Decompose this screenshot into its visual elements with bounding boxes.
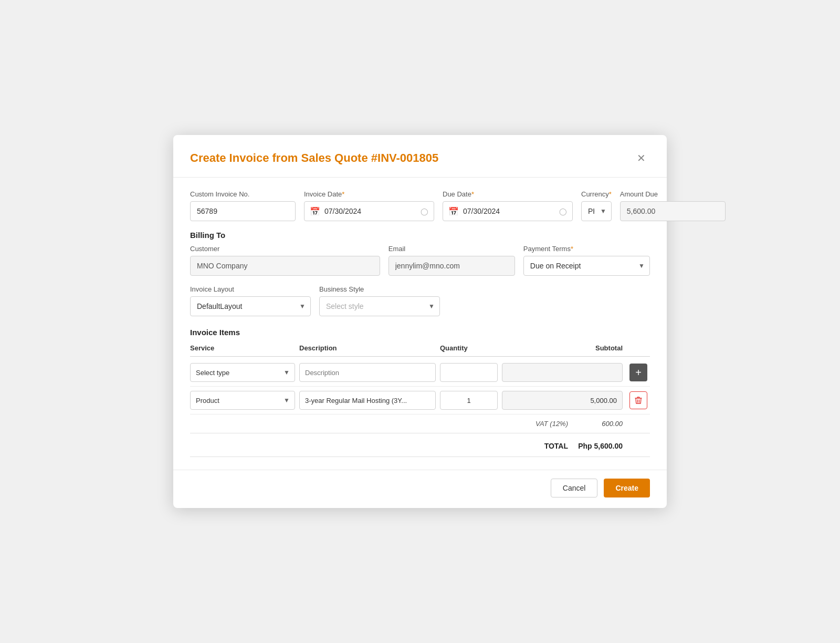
business-style-label: Business Style — [319, 285, 440, 293]
invoice-items-section: Invoice Items Service Description Quanti… — [190, 328, 650, 457]
customer-input — [190, 256, 380, 276]
payment-terms-group: Payment Terms* Due on Receipt Net 30 Net… — [523, 245, 650, 276]
custom-invoice-group: Custom Invoice No. — [190, 190, 296, 221]
billing-row: Customer Email Payment Terms* Due on Rec… — [190, 245, 650, 276]
business-style-select-wrapper: Select style ▼ — [319, 296, 440, 316]
item-quantity-input[interactable] — [440, 391, 498, 410]
delete-item-button[interactable] — [629, 391, 647, 409]
items-header-row: Service Description Quantity Subtotal — [190, 344, 650, 357]
currency-select[interactable]: PHP USD EUR — [581, 201, 612, 221]
item-service-cell: Select type Product Service ▼ — [190, 391, 295, 410]
modal-footer: Cancel Create — [173, 470, 667, 508]
due-date-input-wrapper[interactable]: 📅 ◯ — [443, 201, 573, 221]
billing-to-label: Billing To — [190, 231, 650, 240]
email-input — [388, 256, 515, 276]
business-style-group: Business Style Select style ▼ — [319, 285, 440, 316]
custom-invoice-input[interactable] — [190, 201, 296, 221]
new-item-service-select[interactable]: Select type Product Service — [190, 363, 295, 382]
modal-title-prefix: Create Invoice from Sales Quote # — [190, 151, 377, 164]
invoice-date-label: Invoice Date* — [304, 190, 434, 198]
modal-header: Create Invoice from Sales Quote #INV-001… — [173, 135, 667, 178]
modal-title-highlight: INV-001805 — [377, 151, 438, 164]
due-date-input[interactable] — [463, 207, 555, 215]
create-button[interactable]: Create — [604, 479, 650, 497]
create-invoice-modal: Create Invoice from Sales Quote #INV-001… — [173, 135, 667, 508]
item-row: Select type Product Service ▼ — [190, 387, 650, 414]
payment-terms-select[interactable]: Due on Receipt Net 30 Net 60 — [523, 256, 650, 276]
layout-row: Invoice Layout DefaultLayout Modern Clas… — [190, 285, 650, 316]
invoice-date-input-wrapper[interactable]: 📅 ◯ — [304, 201, 434, 221]
vat-label: VAT (12%) — [482, 420, 576, 428]
new-item-description-cell — [299, 363, 436, 382]
custom-invoice-label: Custom Invoice No. — [190, 190, 296, 198]
item-action-cell — [627, 391, 650, 409]
new-item-description-input[interactable] — [299, 363, 436, 382]
business-style-select[interactable]: Select style — [319, 296, 440, 316]
col-subtotal-header: Subtotal — [502, 344, 623, 352]
total-label: TOTAL — [482, 442, 576, 450]
form-row-top: Custom Invoice No. Invoice Date* 📅 ◯ Due… — [190, 190, 650, 221]
col-service-header: Service — [190, 344, 295, 352]
customer-group: Customer — [190, 245, 380, 276]
total-divider — [190, 433, 650, 433]
due-date-group: Due Date* 📅 ◯ — [443, 190, 573, 221]
total-row: TOTAL Php 5,600.00 — [190, 438, 650, 452]
currency-label: Currency* — [581, 190, 612, 198]
calendar-icon: 📅 — [310, 206, 320, 216]
invoice-date-clear-icon[interactable]: ◯ — [421, 208, 428, 215]
invoice-items-title: Invoice Items — [190, 328, 650, 337]
billing-to-section: Billing To Customer Email Payment Terms* — [190, 231, 650, 276]
modal-body: Custom Invoice No. Invoice Date* 📅 ◯ Due… — [173, 178, 667, 470]
item-quantity-cell — [440, 391, 498, 410]
email-label: Email — [388, 245, 515, 253]
col-quantity-header: Quantity — [440, 344, 498, 352]
payment-terms-label: Payment Terms* — [523, 245, 650, 253]
item-subtotal-cell — [502, 391, 623, 410]
invoice-layout-select-wrapper: DefaultLayout Modern Classic ▼ — [190, 296, 311, 316]
due-date-clear-icon[interactable]: ◯ — [559, 208, 567, 215]
customer-label: Customer — [190, 245, 380, 253]
invoice-date-input[interactable] — [324, 207, 416, 215]
invoice-layout-group: Invoice Layout DefaultLayout Modern Clas… — [190, 285, 311, 316]
cancel-button[interactable]: Cancel — [551, 479, 598, 497]
new-item-action-cell: + — [627, 364, 650, 381]
new-item-subtotal-input — [502, 363, 623, 382]
footer-divider — [190, 457, 650, 457]
vat-value: 600.00 — [576, 420, 650, 428]
total-value: Php 5,600.00 — [576, 442, 650, 450]
add-item-button[interactable]: + — [629, 364, 647, 381]
modal-title: Create Invoice from Sales Quote #INV-001… — [190, 151, 438, 165]
new-item-quantity-input[interactable] — [440, 363, 498, 382]
email-group: Email — [388, 245, 515, 276]
new-item-subtotal-cell — [502, 363, 623, 382]
invoice-layout-select[interactable]: DefaultLayout Modern Classic — [190, 296, 311, 316]
item-service-wrapper: Select type Product Service ▼ — [190, 391, 295, 410]
due-date-label: Due Date* — [443, 190, 573, 198]
col-description-header: Description — [299, 344, 436, 352]
amount-due-label: Amount Due — [620, 190, 726, 198]
new-item-service-wrapper: Select type Product Service ▼ — [190, 363, 295, 382]
amount-due-input — [620, 201, 726, 221]
invoice-layout-label: Invoice Layout — [190, 285, 311, 293]
item-description-input[interactable] — [299, 391, 436, 410]
close-button[interactable]: ✕ — [633, 150, 650, 167]
currency-group: Currency* PHP USD EUR ▼ — [581, 190, 612, 221]
amount-due-group: Amount Due — [620, 190, 726, 221]
vat-row: VAT (12%) 600.00 — [190, 414, 650, 429]
new-item-service-cell: Select type Product Service ▼ — [190, 363, 295, 382]
item-description-cell — [299, 391, 436, 410]
item-service-select[interactable]: Select type Product Service — [190, 391, 295, 410]
calendar-icon-2: 📅 — [448, 206, 459, 216]
new-item-row: Select type Product Service ▼ — [190, 359, 650, 387]
item-subtotal-input — [502, 391, 623, 410]
new-item-quantity-cell — [440, 363, 498, 382]
payment-terms-select-wrapper: Due on Receipt Net 30 Net 60 ▼ — [523, 256, 650, 276]
currency-select-wrapper: PHP USD EUR ▼ — [581, 201, 612, 221]
invoice-date-group: Invoice Date* 📅 ◯ — [304, 190, 434, 221]
